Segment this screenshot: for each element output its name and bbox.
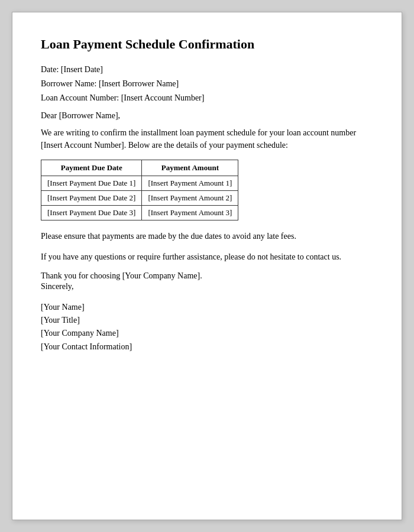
signature-contact: [Your Contact Information] xyxy=(41,340,373,353)
table-header-amount: Payment Amount xyxy=(142,160,238,176)
body-paragraph-3: If you have any questions or require fur… xyxy=(41,251,373,263)
borrower-name-field: Borrower Name: [Insert Borrower Name] xyxy=(41,79,373,89)
table-cell-row1-col1: [Insert Payment Due Date 1] xyxy=(41,176,142,190)
table-row: [Insert Payment Due Date 3][Insert Payme… xyxy=(41,205,238,220)
table-cell-row2-col1: [Insert Payment Due Date 2] xyxy=(41,190,142,205)
table-cell-row3-col2: [Insert Payment Amount 3] xyxy=(142,205,238,220)
date-field: Date: [Insert Date] xyxy=(41,65,373,74)
table-row: [Insert Payment Due Date 2][Insert Payme… xyxy=(41,190,238,205)
signature-company: [Your Company Name] xyxy=(41,327,373,340)
signature-name: [Your Name] xyxy=(41,301,373,314)
loan-account-field: Loan Account Number: [Insert Account Num… xyxy=(41,93,373,103)
closing-section: Thank you for choosing [Your Company Nam… xyxy=(41,271,373,291)
document-container: Loan Payment Schedule Confirmation Date:… xyxy=(12,12,402,520)
table-row: [Insert Payment Due Date 1][Insert Payme… xyxy=(41,176,238,190)
document-title: Loan Payment Schedule Confirmation xyxy=(41,36,373,53)
closing-sincerely: Sincerely, xyxy=(41,282,373,291)
closing-thanks: Thank you for choosing [Your Company Nam… xyxy=(41,271,373,281)
salutation: Dear [Borrower Name], xyxy=(41,111,373,121)
table-cell-row1-col2: [Insert Payment Amount 1] xyxy=(142,176,238,190)
signature-title: [Your Title] xyxy=(41,314,373,327)
body-paragraph-1: We are writing to confirm the installmen… xyxy=(41,126,373,151)
signature-block: [Your Name] [Your Title] [Your Company N… xyxy=(41,301,373,354)
table-header-due-date: Payment Due Date xyxy=(41,160,142,176)
table-cell-row3-col1: [Insert Payment Due Date 3] xyxy=(41,205,142,220)
table-cell-row2-col2: [Insert Payment Amount 2] xyxy=(142,190,238,205)
body-paragraph-2: Please ensure that payments are made by … xyxy=(41,230,373,242)
payment-schedule-table: Payment Due Date Payment Amount [Insert … xyxy=(41,160,238,220)
